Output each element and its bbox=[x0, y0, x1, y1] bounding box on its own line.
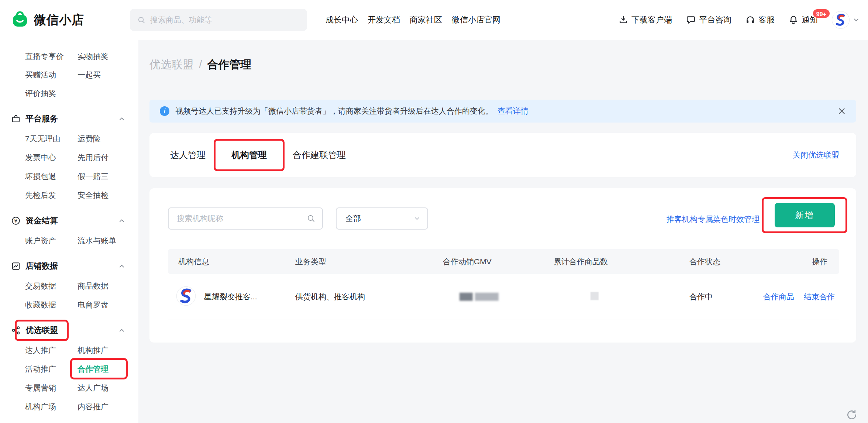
banner-text: 视频号达人已支持升级为「微信小店带货者」，请商家关注带货者升级后在达人合作的变化… bbox=[175, 106, 493, 116]
top-header: 微信小店 成长中心 开发文档 商家社区 微信小店官网 下载客户端 bbox=[0, 0, 868, 40]
table-row: 星耀裂变推客... 供货机构、推客机构 合作中 合作商品 结束合作 bbox=[168, 274, 839, 320]
sidebar-item-agency-plaza[interactable]: 机构广场 bbox=[25, 402, 78, 412]
header-nav: 成长中心 开发文档 商家社区 微信小店官网 bbox=[326, 14, 500, 25]
sidebar-section-preferred-alliance: 优选联盟 达人推广机构推广 活动推广合作管理 专属营销达人广场 机构广场内容推广 bbox=[0, 320, 138, 416]
section-header[interactable]: 平台服务 bbox=[0, 109, 138, 129]
nav-official-site[interactable]: 微信小店官网 bbox=[452, 14, 500, 25]
global-search-input[interactable] bbox=[150, 16, 300, 24]
nav-dev-docs[interactable]: 开发文档 bbox=[368, 14, 400, 25]
dye-timeliness-manage-link[interactable]: 推客机构专属染色时效管理 bbox=[666, 214, 760, 224]
org-status: 合作中 bbox=[689, 292, 763, 302]
brand-name: 微信小店 bbox=[34, 12, 84, 28]
partners-table: 机构信息 业务类型 合作动销GMV 累计合作商品数 合作状态 操作 bbox=[168, 249, 839, 320]
sidebar-item-physical-lottery[interactable]: 实物抽奖 bbox=[78, 51, 108, 62]
wechat-store-logo-icon bbox=[11, 10, 29, 30]
cooperation-products-link[interactable]: 合作商品 bbox=[763, 292, 794, 302]
search-icon bbox=[137, 16, 146, 24]
customer-service-button[interactable]: 客服 bbox=[745, 14, 775, 25]
sidebar-item-trade-data[interactable]: 交易数据 bbox=[25, 281, 78, 291]
sidebar-item-content-promotion[interactable]: 内容推广 bbox=[78, 402, 108, 412]
sidebar-item-review-lottery[interactable]: 评价抽奖 bbox=[25, 88, 78, 99]
close-alliance-link[interactable]: 关闭优选联盟 bbox=[793, 150, 839, 160]
chat-bubble-icon bbox=[686, 15, 696, 25]
sidebar-item-activity-promotion[interactable]: 活动推广 bbox=[25, 364, 78, 374]
status-filter-value: 全部 bbox=[345, 213, 361, 224]
tab-agency-management[interactable]: 机构管理 bbox=[231, 149, 267, 161]
customer-service-label: 客服 bbox=[758, 14, 775, 25]
sidebar-item-buy-gift[interactable]: 买赠活动 bbox=[25, 70, 78, 80]
status-filter-select[interactable]: 全部 bbox=[336, 207, 428, 230]
sidebar-item-talent-plaza[interactable]: 达人广场 bbox=[78, 383, 108, 393]
org-product-count-redacted bbox=[554, 292, 689, 302]
section-title: 平台服务 bbox=[25, 113, 118, 124]
tab-talent-management[interactable]: 达人管理 bbox=[170, 149, 206, 161]
download-client-button[interactable]: 下载客户端 bbox=[619, 14, 672, 25]
chevron-up-icon[interactable] bbox=[118, 217, 125, 224]
section-header[interactable]: 优选联盟 bbox=[0, 320, 138, 341]
nav-growth-center[interactable]: 成长中心 bbox=[326, 14, 358, 25]
sidebar-item-exclusive-marketing[interactable]: 专属营销 bbox=[25, 383, 78, 393]
app-root: 微信小店 成长中心 开发文档 商家社区 微信小店官网 下载客户端 bbox=[0, 0, 868, 423]
info-icon: i bbox=[160, 106, 169, 116]
section-title-preferred-alliance: 优选联盟 bbox=[25, 325, 118, 336]
chevron-up-icon[interactable] bbox=[118, 115, 125, 123]
account-menu[interactable] bbox=[832, 11, 860, 29]
download-icon bbox=[619, 15, 628, 25]
bell-icon bbox=[789, 15, 798, 25]
redacted-block bbox=[475, 293, 499, 301]
sidebar-item-fake-one-pay-three[interactable]: 假一赔三 bbox=[78, 171, 108, 182]
sidebar-item-use-first-pay-later[interactable]: 先用后付 bbox=[78, 152, 108, 163]
breadcrumb-separator: / bbox=[199, 58, 202, 71]
sidebar-item-damage-refund[interactable]: 坏损包退 bbox=[25, 171, 78, 182]
chevron-up-icon[interactable] bbox=[118, 327, 125, 334]
sidebar-item-7day-no-reason[interactable]: 7天无理由 bbox=[25, 134, 78, 144]
sidebar-item-favorite-data[interactable]: 收藏数据 bbox=[25, 300, 78, 310]
sidebar-item-inspect-first[interactable]: 先检后发 bbox=[25, 190, 78, 200]
table-header: 机构信息 业务类型 合作动销GMV 累计合作商品数 合作状态 操作 bbox=[168, 249, 839, 274]
breadcrumb: 优选联盟 / 合作管理 bbox=[149, 57, 251, 72]
redacted-block bbox=[459, 293, 473, 301]
banner-detail-link[interactable]: 查看详情 bbox=[497, 106, 528, 116]
notifications-button[interactable]: 通知 99+ bbox=[789, 14, 818, 25]
add-button[interactable]: 新增 bbox=[775, 203, 835, 227]
nav-merchant-community[interactable]: 商家社区 bbox=[410, 14, 442, 25]
col-product-count: 累计合作商品数 bbox=[554, 257, 689, 267]
sidebar-item-product-data[interactable]: 商品数据 bbox=[78, 281, 108, 291]
sidebar-item-account-assets[interactable]: 账户资产 bbox=[25, 235, 78, 246]
download-client-label: 下载客户端 bbox=[631, 14, 672, 25]
sidebar-item-cooperation-management[interactable]: 合作管理 bbox=[78, 364, 108, 374]
sidebar-section-platform-services: 平台服务 7天无理由运费险 发票中心先用后付 坏损包退假一赔三 先检后发安全抽检 bbox=[0, 109, 138, 204]
agency-search[interactable] bbox=[168, 207, 323, 230]
agency-search-input[interactable] bbox=[177, 214, 307, 223]
sidebar-item-safety-check[interactable]: 安全抽检 bbox=[78, 190, 108, 200]
chevron-up-icon[interactable] bbox=[118, 262, 125, 270]
sidebar-item-buy-together[interactable]: 一起买 bbox=[78, 70, 101, 80]
notice-banner: i 视频号达人已支持升级为「微信小店带货者」，请商家关注带货者升级后在达人合作的… bbox=[149, 100, 856, 123]
sidebar-item-talent-promotion[interactable]: 达人推广 bbox=[25, 345, 78, 355]
close-icon[interactable] bbox=[837, 106, 847, 116]
sidebar-item-agency-promotion[interactable]: 机构推广 bbox=[78, 345, 108, 355]
chart-icon bbox=[11, 261, 21, 271]
section-header[interactable]: ¥ 资金结算 bbox=[0, 210, 138, 231]
refresh-icon[interactable] bbox=[846, 409, 858, 421]
notification-badge: 99+ bbox=[812, 8, 830, 18]
sidebar-item-live-exclusive-price[interactable]: 直播专享价 bbox=[25, 51, 78, 62]
org-gmv-redacted bbox=[443, 293, 554, 301]
col-org-info: 机构信息 bbox=[168, 257, 295, 267]
end-cooperation-link[interactable]: 结束合作 bbox=[804, 292, 835, 302]
sidebar-item-freight-insurance[interactable]: 运费险 bbox=[78, 134, 101, 144]
redacted-block bbox=[590, 292, 599, 300]
org-name: 星耀裂变推客... bbox=[204, 292, 257, 302]
global-search[interactable] bbox=[130, 9, 307, 31]
sidebar-item-flow-and-bills[interactable]: 流水与账单 bbox=[78, 235, 116, 246]
platform-consult-button[interactable]: 平台咨询 bbox=[686, 14, 731, 25]
brand[interactable]: 微信小店 bbox=[11, 10, 84, 30]
section-header[interactable]: 店铺数据 bbox=[0, 256, 138, 276]
sidebar-item-ecommerce-compass[interactable]: 电商罗盘 bbox=[78, 300, 108, 310]
tab-cooperation-link-management[interactable]: 合作建联管理 bbox=[293, 149, 346, 161]
chevron-down-icon bbox=[413, 215, 421, 222]
sidebar-item-invoice-center[interactable]: 发票中心 bbox=[25, 152, 78, 163]
platform-service-icon bbox=[11, 114, 21, 124]
breadcrumb-parent[interactable]: 优选联盟 bbox=[149, 57, 194, 72]
col-business-type: 业务类型 bbox=[295, 257, 443, 267]
